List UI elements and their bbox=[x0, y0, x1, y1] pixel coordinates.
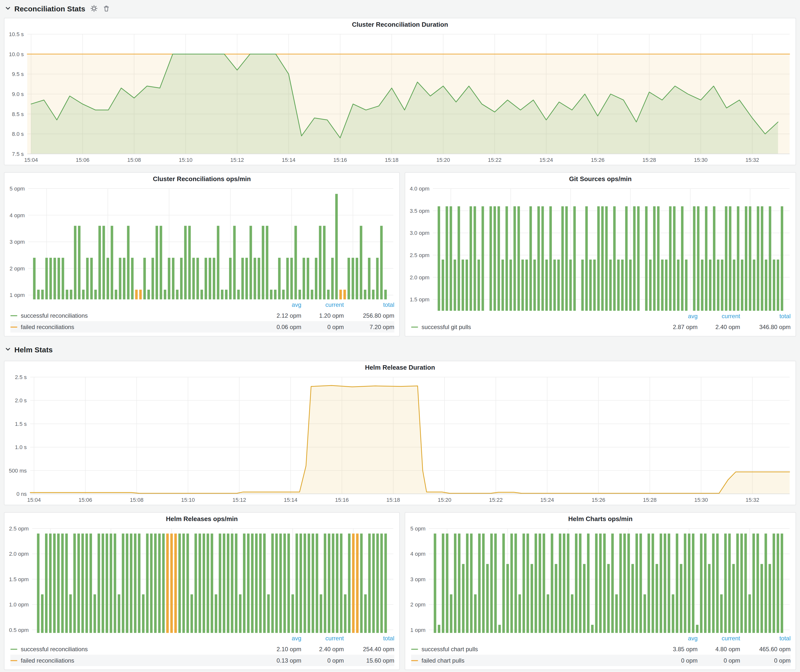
gear-icon[interactable] bbox=[91, 5, 98, 12]
legend-value: 2.40 opm bbox=[301, 646, 344, 653]
legend-col-current[interactable]: current bbox=[301, 635, 344, 642]
legend-col-current[interactable]: current bbox=[698, 312, 740, 319]
chart-helm-release-duration[interactable]: 15:0415:0615:0815:1015:1215:1415:1615:18… bbox=[5, 373, 795, 505]
chart-cluster-reconciliation-duration[interactable]: 15:0415:0615:0815:1015:1215:1415:1615:18… bbox=[5, 30, 795, 165]
x-axis-label: 15:20 bbox=[438, 497, 451, 503]
y-axis-label: 8.5 s bbox=[12, 111, 24, 117]
legend-row: failed reconciliations0.13 opm0 opm15.60… bbox=[10, 655, 394, 666]
x-axis-label: 15:10 bbox=[179, 157, 192, 163]
y-axis-label: 3 opm bbox=[10, 239, 25, 245]
y-axis-label: 3 opm bbox=[410, 576, 426, 582]
panel-title[interactable]: Helm Releases ops/min bbox=[5, 513, 399, 525]
panel-title[interactable]: Helm Release Duration bbox=[5, 361, 795, 373]
section-header-helm-stats[interactable]: Helm Stats bbox=[5, 343, 53, 355]
chevron-down-icon[interactable] bbox=[5, 5, 11, 11]
x-axis-label: 15:10 bbox=[181, 497, 195, 503]
x-axis-label: 15:04 bbox=[24, 157, 38, 163]
legend-value: 465.60 opm bbox=[740, 646, 790, 653]
helm-charts-canvas[interactable]: 15:0515:1015:1515:2015:2515:300 opm1 opm… bbox=[405, 525, 795, 633]
legend-header: avgcurrenttotal bbox=[411, 311, 790, 321]
legend-series-label[interactable]: successful chart pulls bbox=[421, 646, 478, 653]
legend-row: successful reconciliations2.12 opm1.20 o… bbox=[10, 310, 394, 321]
cluster-reconciliations-canvas[interactable]: 15:0515:1015:1515:2015:2515:300 opm1 opm… bbox=[5, 185, 399, 299]
y-axis-label: 3.5 opm bbox=[410, 208, 430, 214]
y-axis-label: 1 opm bbox=[10, 292, 25, 298]
chevron-down-icon[interactable] bbox=[5, 346, 11, 352]
x-axis-label: 15:06 bbox=[78, 497, 92, 503]
x-axis-label: 15:32 bbox=[745, 157, 759, 163]
y-axis-label: 2 opm bbox=[410, 602, 426, 608]
legend-value: 3.85 opm bbox=[655, 646, 698, 653]
git-sources-canvas[interactable]: 15:0515:1015:1515:2015:2515:301.0 opm1.5… bbox=[405, 185, 795, 311]
legend-series-label[interactable]: successful reconciliations bbox=[21, 312, 88, 319]
x-axis-label: 15:30 bbox=[694, 497, 708, 503]
y-axis-label: 1.5 s bbox=[15, 421, 27, 427]
legend-col-total[interactable]: total bbox=[344, 635, 394, 642]
legend-row: failed reconciliations0.06 opm0 opm7.20 … bbox=[10, 321, 394, 333]
y-axis-label: 0.5 opm bbox=[9, 627, 29, 633]
legend-value: 15.60 opm bbox=[344, 657, 394, 664]
legend-value: 346.80 opm bbox=[740, 323, 790, 330]
y-axis-label: 2.5 opm bbox=[410, 252, 430, 258]
panel-cluster-reconciliation-duration: Cluster Reconciliation Duration 15:0415:… bbox=[4, 18, 796, 165]
legend-value: 0 opm bbox=[698, 657, 740, 664]
legend-row: failed chart pulls0 opm0 opm0 opm bbox=[411, 655, 790, 666]
y-axis-label: 1.0 s bbox=[15, 444, 27, 450]
x-axis-label: 15:18 bbox=[386, 497, 400, 503]
x-axis-label: 15:12 bbox=[232, 497, 246, 503]
legend-value: 7.20 opm bbox=[344, 323, 394, 330]
series-color-icon bbox=[10, 660, 17, 661]
legend-col-avg[interactable]: avg bbox=[655, 635, 698, 642]
chart-git-sources[interactable]: 15:0515:1015:1515:2015:2515:301.0 opm1.5… bbox=[405, 185, 795, 311]
legend-col-current[interactable]: current bbox=[698, 635, 740, 642]
helm-release-duration-canvas[interactable]: 15:0415:0615:0815:1015:1215:1415:1615:18… bbox=[5, 373, 795, 505]
y-axis-label: 9.5 s bbox=[12, 71, 24, 77]
legend-series-label[interactable]: successful reconciliations bbox=[21, 646, 88, 653]
trash-icon[interactable] bbox=[103, 5, 110, 12]
panel-title[interactable]: Cluster Reconciliations ops/min bbox=[5, 173, 399, 185]
panel-helm-charts: Helm Charts ops/min 15:0515:1015:1515:20… bbox=[405, 512, 796, 670]
helm-releases-canvas[interactable]: 15:0515:1015:1515:2015:2515:300 opm0.5 o… bbox=[5, 525, 399, 633]
series-color-icon bbox=[411, 660, 418, 661]
chart-helm-releases[interactable]: 15:0515:1015:1515:2015:2515:300 opm0.5 o… bbox=[5, 525, 399, 633]
legend-series-label[interactable]: failed chart pulls bbox=[421, 657, 464, 664]
chart-cluster-reconciliations[interactable]: 15:0515:1015:1515:2015:2515:300 opm1 opm… bbox=[5, 185, 399, 299]
legend-col-total[interactable]: total bbox=[740, 635, 790, 642]
legend-col-total[interactable]: total bbox=[344, 301, 394, 308]
panel-git-sources: Git Sources ops/min 15:0515:1015:1515:20… bbox=[405, 172, 796, 336]
chart-helm-charts[interactable]: 15:0515:1015:1515:2015:2515:300 opm1 opm… bbox=[405, 525, 795, 633]
legend-col-total[interactable]: total bbox=[740, 312, 790, 319]
section-title[interactable]: Reconciliation Stats bbox=[14, 4, 85, 13]
x-axis-label: 15:18 bbox=[385, 157, 398, 163]
legend-row: successful git pulls2.87 opm2.40 opm346.… bbox=[411, 321, 790, 333]
panel-cluster-reconciliations: Cluster Reconciliations ops/min 15:0515:… bbox=[4, 172, 400, 336]
y-axis-label: 9.0 s bbox=[12, 91, 24, 97]
x-axis-label: 15:12 bbox=[230, 157, 244, 163]
legend-col-avg[interactable]: avg bbox=[259, 635, 301, 642]
x-axis-label: 15:16 bbox=[333, 157, 347, 163]
x-axis-label: 15:06 bbox=[76, 157, 89, 163]
section-header-reconciliation-stats[interactable]: Reconciliation Stats bbox=[5, 2, 110, 14]
legend-col-avg[interactable]: avg bbox=[655, 312, 698, 319]
panel-title[interactable]: Cluster Reconciliation Duration bbox=[5, 18, 795, 30]
panel-helm-release-duration: Helm Release Duration 15:0415:0615:0815:… bbox=[4, 361, 796, 505]
panel-title[interactable]: Git Sources ops/min bbox=[405, 173, 795, 185]
x-axis-label: 15:16 bbox=[335, 497, 349, 503]
x-axis-label: 15:24 bbox=[539, 157, 553, 163]
x-axis-label: 15:22 bbox=[488, 157, 501, 163]
legend-col-avg[interactable]: avg bbox=[259, 301, 301, 308]
cluster-reconciliation-duration-canvas[interactable]: 15:0415:0615:0815:1015:1215:1415:1615:18… bbox=[5, 30, 795, 165]
legend-series-label[interactable]: failed reconciliations bbox=[21, 323, 74, 330]
section-title[interactable]: Helm Stats bbox=[14, 345, 53, 354]
legend-value: 0 opm bbox=[740, 657, 790, 664]
legend-col-current[interactable]: current bbox=[301, 301, 344, 308]
y-axis-label: 7.5 s bbox=[12, 151, 24, 157]
x-axis-label: 15:08 bbox=[127, 157, 141, 163]
legend-value: 0.13 opm bbox=[259, 657, 301, 664]
legend-series-label[interactable]: successful git pulls bbox=[421, 323, 471, 330]
legend-series-label[interactable]: failed reconciliations bbox=[21, 657, 74, 664]
x-axis-label: 15:26 bbox=[591, 157, 605, 163]
legend-value: 2.12 opm bbox=[259, 312, 301, 319]
series-color-icon bbox=[10, 315, 17, 316]
panel-title[interactable]: Helm Charts ops/min bbox=[405, 513, 795, 525]
